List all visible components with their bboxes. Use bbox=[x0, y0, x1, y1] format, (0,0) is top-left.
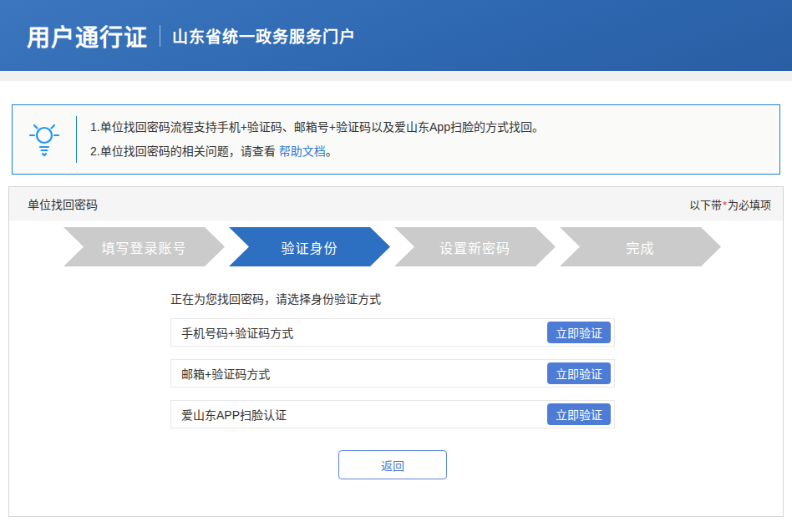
lightbulb-idea-icon bbox=[26, 120, 63, 159]
notice-box: 1.单位找回密码流程支持手机+验证码、邮箱号+验证码以及爱山东App扫脸的方式找… bbox=[12, 104, 780, 175]
notice-icon-cell bbox=[13, 120, 76, 159]
step-fill-account: 填写登录账号 bbox=[63, 227, 225, 266]
required-star: * bbox=[723, 199, 727, 211]
required-fields-note: 以下带*为必填项 bbox=[689, 196, 771, 212]
notice-line-2-suffix: 。 bbox=[326, 144, 338, 158]
notice-divider bbox=[76, 116, 77, 163]
option-row-face-scan: 爱山东APP扫脸认证 立即验证 bbox=[170, 400, 615, 428]
verification-options: 正在为您找回密码，请选择身份验证方式 手机号码+验证码方式 立即验证 邮箱+验证… bbox=[170, 290, 615, 479]
password-recovery-panel: 单位找回密码 以下带*为必填项 填写登录账号 验证身份 设置新密码 完成 正在为… bbox=[8, 186, 784, 517]
notice-line-2-text: 2.单位找回密码的相关问题，请查看 bbox=[90, 144, 276, 158]
verify-now-button-email[interactable]: 立即验证 bbox=[547, 362, 611, 384]
prompt-text: 正在为您找回密码，请选择身份验证方式 bbox=[170, 290, 615, 307]
step-set-new-password: 设置新密码 bbox=[394, 227, 556, 266]
option-label-face-scan: 爱山东APP扫脸认证 bbox=[181, 406, 287, 423]
option-label-email: 邮箱+验证码方式 bbox=[181, 365, 270, 382]
step-wizard: 填写登录账号 验证身份 设置新密码 完成 bbox=[63, 227, 783, 266]
site-logo-title: 用户通行证 bbox=[27, 19, 148, 53]
header-divider bbox=[160, 25, 160, 47]
header-shadow-strip bbox=[0, 71, 792, 81]
page-header: 用户通行证 山东省统一政务服务门户 bbox=[0, 0, 792, 71]
step-verify-identity: 验证身份 bbox=[229, 227, 390, 266]
required-note-prefix: 以下带 bbox=[689, 199, 722, 211]
help-doc-link[interactable]: 帮助文档 bbox=[279, 144, 326, 158]
section-title: 单位找回密码 bbox=[28, 195, 98, 212]
option-row-phone: 手机号码+验证码方式 立即验证 bbox=[170, 318, 615, 347]
option-row-email: 邮箱+验证码方式 立即验证 bbox=[170, 359, 615, 388]
verify-now-button-face-scan[interactable]: 立即验证 bbox=[547, 403, 611, 425]
section-header-bar: 单位找回密码 以下带*为必填项 bbox=[9, 187, 783, 220]
site-subtitle: 山东省统一政务服务门户 bbox=[172, 24, 356, 47]
required-note-suffix: 为必填项 bbox=[728, 199, 771, 211]
notice-text: 1.单位找回密码流程支持手机+验证码、邮箱号+验证码以及爱山东App扫脸的方式找… bbox=[90, 115, 544, 164]
option-label-phone: 手机号码+验证码方式 bbox=[181, 324, 293, 341]
back-button[interactable]: 返回 bbox=[338, 450, 447, 479]
notice-line-1: 1.单位找回密码流程支持手机+验证码、邮箱号+验证码以及爱山东App扫脸的方式找… bbox=[90, 115, 544, 139]
verify-now-button-phone[interactable]: 立即验证 bbox=[547, 322, 611, 343]
step-complete: 完成 bbox=[560, 227, 721, 266]
notice-line-2: 2.单位找回密码的相关问题，请查看帮助文档。 bbox=[90, 139, 544, 164]
